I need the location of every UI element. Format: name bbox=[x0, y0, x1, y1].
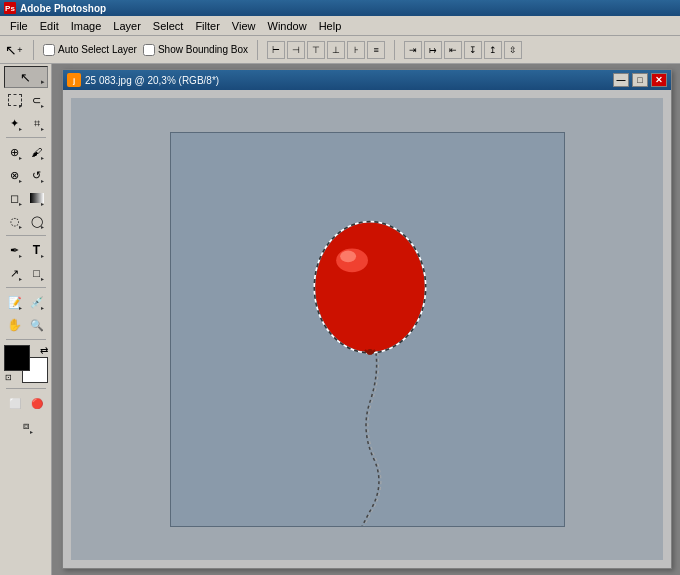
maximize-button[interactable]: □ bbox=[632, 73, 648, 87]
zoom-btn[interactable]: 🔍 bbox=[26, 314, 47, 336]
title-bar: Ps Adobe Photoshop bbox=[0, 0, 680, 16]
doc-title-left: j 25 083.jpg @ 20,3% (RGB/8*) bbox=[67, 73, 219, 87]
document-title-bar[interactable]: j 25 083.jpg @ 20,3% (RGB/8*) — □ ✕ bbox=[63, 70, 671, 90]
svg-point-6 bbox=[367, 348, 373, 354]
menu-window[interactable]: Window bbox=[262, 16, 313, 35]
menu-image[interactable]: Image bbox=[65, 16, 108, 35]
swap-colors-icon[interactable]: ⇄ bbox=[40, 345, 48, 356]
align-right-icon[interactable]: ⊤ bbox=[307, 41, 325, 59]
app-title: Adobe Photoshop bbox=[20, 3, 106, 14]
quickmask-pair: ⬜ 🔴 bbox=[4, 392, 47, 414]
pen-pair: ✒▸ T▸ bbox=[4, 239, 47, 261]
shape-btn[interactable]: □▸ bbox=[26, 262, 47, 284]
move-tool-btn[interactable]: ↖▸ bbox=[4, 66, 48, 88]
transform-icons: ⊢ ⊣ ⊤ ⊥ ⊦ ≡ bbox=[267, 41, 385, 59]
tool-move-icon: ↖+ bbox=[4, 40, 24, 60]
canvas-area[interactable] bbox=[170, 132, 565, 527]
align-left-icon[interactable]: ⊢ bbox=[267, 41, 285, 59]
show-bounding-checkbox[interactable] bbox=[143, 44, 155, 56]
type-btn[interactable]: T▸ bbox=[26, 239, 47, 261]
menu-help[interactable]: Help bbox=[313, 16, 348, 35]
menu-select[interactable]: Select bbox=[147, 16, 190, 35]
history-brush-btn[interactable]: ↺▸ bbox=[26, 164, 47, 186]
minimize-button[interactable]: — bbox=[613, 73, 629, 87]
align-bottom-icon[interactable]: ≡ bbox=[367, 41, 385, 59]
hand-btn[interactable]: ✋ bbox=[4, 314, 25, 336]
tool-sep-2 bbox=[6, 235, 46, 236]
menu-file[interactable]: File bbox=[4, 16, 34, 35]
svg-point-1 bbox=[315, 222, 424, 351]
tool-sep-3 bbox=[6, 287, 46, 288]
path-pair: ↗▸ □▸ bbox=[4, 262, 47, 284]
foreground-color[interactable] bbox=[4, 345, 30, 371]
tool-sep-1 bbox=[6, 137, 46, 138]
clone-stamp-btn[interactable]: ⊗▸ bbox=[4, 164, 25, 186]
auto-select-option[interactable]: Auto Select Layer bbox=[43, 44, 137, 56]
toolbox: ↖▸ ▸ ⊂▸ ✦▸ ⌗▸ ⊕▸ 🖌▸ bbox=[0, 64, 52, 575]
options-bar: ↖+ Auto Select Layer Show Bounding Box ⊢… bbox=[0, 36, 680, 64]
screen-mode-pair: ⧈▸ bbox=[15, 415, 36, 437]
show-bounding-label: Show Bounding Box bbox=[158, 44, 248, 55]
lasso-btn[interactable]: ⊂▸ bbox=[26, 89, 47, 111]
notes-pair: 📝▸ 💉▸ bbox=[4, 291, 47, 313]
window-controls: — □ ✕ bbox=[613, 73, 667, 87]
auto-select-checkbox[interactable] bbox=[43, 44, 55, 56]
gradient-btn[interactable]: ▸ bbox=[26, 187, 47, 209]
heal-pair: ⊕▸ 🖌▸ bbox=[4, 141, 47, 163]
separator3 bbox=[394, 40, 395, 60]
menu-edit[interactable]: Edit bbox=[34, 16, 65, 35]
dist-3[interactable]: ⇤ bbox=[444, 41, 462, 59]
doc-title: 25 083.jpg @ 20,3% (RGB/8*) bbox=[85, 75, 219, 86]
distribute-icons: ⇥ ↦ ⇤ ↧ ↥ ⇳ bbox=[404, 41, 522, 59]
align-center-v-icon[interactable]: ⊦ bbox=[347, 41, 365, 59]
eraser-pair: ◻▸ ▸ bbox=[4, 187, 47, 209]
rect-marquee-btn[interactable]: ▸ bbox=[4, 89, 25, 111]
balloon-image bbox=[171, 133, 564, 526]
dodge-btn[interactable]: ◯▸ bbox=[26, 210, 47, 232]
dist-1[interactable]: ⇥ bbox=[404, 41, 422, 59]
color-swatches: ⇄ ⊡ bbox=[4, 345, 48, 383]
quickmask-btn[interactable]: 🔴 bbox=[26, 392, 47, 414]
close-button[interactable]: ✕ bbox=[651, 73, 667, 87]
pen-btn[interactable]: ✒▸ bbox=[4, 239, 25, 261]
standard-mode-btn[interactable]: ⬜ bbox=[4, 392, 25, 414]
crop-btn[interactable]: ⌗▸ bbox=[26, 112, 47, 134]
menu-filter[interactable]: Filter bbox=[189, 16, 225, 35]
auto-select-label: Auto Select Layer bbox=[58, 44, 137, 55]
dist-4[interactable]: ↧ bbox=[464, 41, 482, 59]
doc-type-icon: j bbox=[67, 73, 81, 87]
marquee-pair: ▸ ⊂▸ bbox=[4, 89, 47, 111]
align-center-h-icon[interactable]: ⊣ bbox=[287, 41, 305, 59]
svg-point-3 bbox=[340, 250, 356, 262]
menu-layer[interactable]: Layer bbox=[107, 16, 147, 35]
eyedropper-btn[interactable]: 💉▸ bbox=[26, 291, 47, 313]
dist-6[interactable]: ⇳ bbox=[504, 41, 522, 59]
magic-wand-btn[interactable]: ✦▸ bbox=[4, 112, 25, 134]
canvas-container bbox=[71, 98, 663, 560]
path-select-btn[interactable]: ↗▸ bbox=[4, 262, 25, 284]
main-layout: ↖▸ ▸ ⊂▸ ✦▸ ⌗▸ ⊕▸ 🖌▸ bbox=[0, 64, 680, 575]
document-window: j 25 083.jpg @ 20,3% (RGB/8*) — □ ✕ bbox=[62, 69, 672, 569]
blur-pair: ◌▸ ◯▸ bbox=[4, 210, 47, 232]
app-icon: Ps bbox=[4, 2, 16, 14]
tool-sep-4 bbox=[6, 339, 46, 340]
show-bounding-option[interactable]: Show Bounding Box bbox=[143, 44, 248, 56]
hand-pair: ✋ 🔍 bbox=[4, 314, 47, 336]
menu-view[interactable]: View bbox=[226, 16, 262, 35]
notes-btn[interactable]: 📝▸ bbox=[4, 291, 25, 313]
menu-bar: File Edit Image Layer Select Filter View… bbox=[0, 16, 680, 36]
wand-pair: ✦▸ ⌗▸ bbox=[4, 112, 47, 134]
workspace: j 25 083.jpg @ 20,3% (RGB/8*) — □ ✕ bbox=[52, 64, 680, 575]
align-top-icon[interactable]: ⊥ bbox=[327, 41, 345, 59]
separator bbox=[33, 40, 34, 60]
blur-btn[interactable]: ◌▸ bbox=[4, 210, 25, 232]
separator2 bbox=[257, 40, 258, 60]
eraser-btn[interactable]: ◻▸ bbox=[4, 187, 25, 209]
reset-colors-icon[interactable]: ⊡ bbox=[5, 373, 12, 382]
clone-pair: ⊗▸ ↺▸ bbox=[4, 164, 47, 186]
brush-btn[interactable]: 🖌▸ bbox=[26, 141, 47, 163]
heal-btn[interactable]: ⊕▸ bbox=[4, 141, 25, 163]
dist-5[interactable]: ↥ bbox=[484, 41, 502, 59]
dist-2[interactable]: ↦ bbox=[424, 41, 442, 59]
screen-mode-btn[interactable]: ⧈▸ bbox=[15, 415, 36, 437]
